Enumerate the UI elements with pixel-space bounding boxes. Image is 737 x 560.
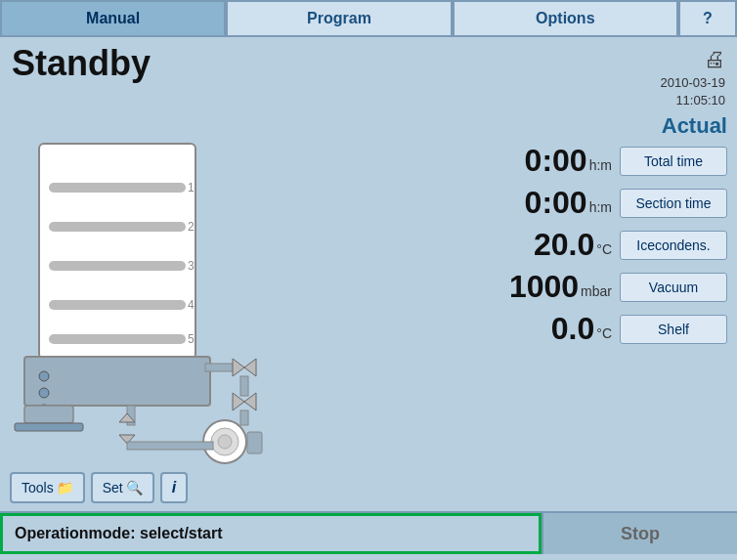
status-bar: Operationmode: select/start Stop bbox=[0, 511, 737, 554]
icecondens-row: 20.0 °C Icecondens. bbox=[293, 227, 727, 263]
svg-text:5: 5 bbox=[188, 332, 195, 346]
shelf-value: 0.0 bbox=[551, 311, 594, 347]
svg-rect-31 bbox=[15, 423, 83, 431]
set-label: Set bbox=[103, 480, 123, 495]
tab-options[interactable]: Options bbox=[453, 0, 678, 35]
tools-button[interactable]: Tools 📁 bbox=[10, 472, 85, 503]
magnify-icon: 🔍 bbox=[126, 480, 143, 495]
total-time-row: 0:00 h:m Total time bbox=[293, 143, 727, 179]
svg-text:2: 2 bbox=[188, 220, 195, 234]
svg-rect-15 bbox=[205, 364, 235, 371]
header-row: Standby 🖨 2010-03-19 11:05:10 bbox=[0, 37, 737, 109]
operation-mode-status: Operationmode: select/start bbox=[0, 513, 542, 554]
svg-rect-18 bbox=[240, 376, 248, 396]
svg-point-12 bbox=[39, 371, 49, 381]
svg-rect-21 bbox=[240, 410, 248, 425]
machine-area: 1 2 3 4 5 bbox=[10, 113, 283, 507]
info-button[interactable]: i bbox=[160, 472, 188, 503]
stop-button[interactable]: Stop bbox=[542, 513, 737, 554]
total-time-unit: h:m bbox=[589, 157, 612, 173]
svg-rect-30 bbox=[24, 406, 73, 423]
total-time-button[interactable]: Total time bbox=[620, 147, 727, 176]
info-icon: i bbox=[172, 479, 176, 496]
folder-icon: 📁 bbox=[57, 480, 73, 495]
header-right: 🖨 2010-03-19 11:05:10 bbox=[661, 47, 726, 109]
svg-rect-11 bbox=[24, 357, 210, 406]
date-time: 2010-03-19 11:05:10 bbox=[661, 74, 726, 109]
section-time-unit: h:m bbox=[589, 199, 612, 215]
tab-help[interactable]: ? bbox=[678, 0, 737, 35]
toolbar-row: Tools 📁 Set 🔍 i bbox=[10, 472, 283, 507]
set-button[interactable]: Set 🔍 bbox=[91, 472, 154, 503]
vacuum-row: 1000 mbar Vacuum bbox=[293, 269, 727, 305]
svg-rect-25 bbox=[247, 432, 262, 453]
icecondens-value: 20.0 bbox=[534, 227, 594, 263]
content-row: 1 2 3 4 5 bbox=[0, 109, 737, 511]
total-time-value: 0:00 bbox=[525, 143, 587, 179]
printer-icon[interactable]: 🖨 bbox=[704, 47, 725, 72]
vacuum-value: 1000 bbox=[509, 269, 579, 305]
vacuum-button[interactable]: Vacuum bbox=[620, 273, 727, 302]
svg-text:3: 3 bbox=[188, 259, 195, 273]
svg-text:4: 4 bbox=[188, 298, 195, 312]
data-area: Actual 0:00 h:m Total time 0:00 h:m Sect… bbox=[283, 113, 727, 507]
vacuum-unit: mbar bbox=[581, 283, 612, 299]
tab-manual[interactable]: Manual bbox=[0, 0, 226, 35]
shelf-row: 0.0 °C Shelf bbox=[293, 311, 727, 347]
tab-program[interactable]: Program bbox=[226, 0, 452, 35]
actual-label: Actual bbox=[293, 113, 727, 139]
svg-rect-29 bbox=[127, 442, 213, 450]
tools-label: Tools bbox=[22, 480, 54, 495]
main-area: Standby 🖨 2010-03-19 11:05:10 bbox=[0, 37, 737, 511]
section-time-button[interactable]: Section time bbox=[620, 189, 727, 218]
svg-marker-17 bbox=[244, 359, 256, 376]
svg-text:1: 1 bbox=[188, 181, 195, 194]
svg-point-24 bbox=[218, 435, 232, 449]
icecondens-unit: °C bbox=[596, 241, 612, 257]
icecondens-button[interactable]: Icecondens. bbox=[620, 231, 727, 260]
page-title: Standby bbox=[12, 43, 661, 84]
shelf-button[interactable]: Shelf bbox=[620, 315, 727, 344]
svg-point-13 bbox=[39, 388, 49, 398]
section-time-value: 0:00 bbox=[525, 185, 587, 221]
machine-diagram: 1 2 3 4 5 bbox=[10, 134, 264, 466]
section-time-row: 0:00 h:m Section time bbox=[293, 185, 727, 221]
svg-rect-0 bbox=[39, 144, 195, 359]
top-nav: Manual Program Options ? bbox=[0, 0, 737, 37]
shelf-unit: °C bbox=[596, 325, 612, 341]
svg-marker-16 bbox=[233, 359, 244, 376]
